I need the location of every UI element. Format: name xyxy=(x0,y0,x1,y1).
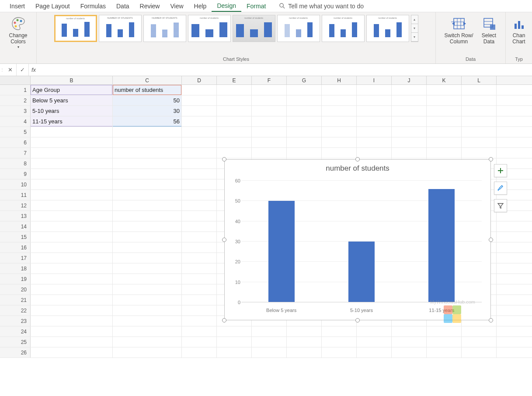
cell[interactable] xyxy=(182,158,217,168)
cell[interactable] xyxy=(182,316,217,326)
select-data-button[interactable]: Select Data xyxy=(479,15,500,46)
name-box-handle[interactable]: ⋮ xyxy=(0,67,4,72)
cell[interactable] xyxy=(392,347,427,357)
cell[interactable] xyxy=(357,116,392,126)
chart-plot-area[interactable]: 0102030405060 Below 5 years5-10 years11-… xyxy=(241,181,482,302)
cell[interactable] xyxy=(322,137,357,147)
chart-resize-handle[interactable] xyxy=(489,318,493,322)
chart-styles-button[interactable] xyxy=(494,182,507,195)
cell[interactable] xyxy=(462,326,497,336)
row-header[interactable]: 18 xyxy=(0,263,31,273)
cell[interactable] xyxy=(427,148,462,158)
cell[interactable] xyxy=(217,106,252,116)
cell[interactable] xyxy=(322,85,357,95)
cell[interactable] xyxy=(113,200,182,210)
cell[interactable] xyxy=(252,347,287,357)
cell[interactable] xyxy=(287,148,322,158)
chart-filters-button[interactable] xyxy=(494,199,507,212)
row-header[interactable]: 23 xyxy=(0,316,31,326)
cell[interactable] xyxy=(182,116,217,126)
cell[interactable] xyxy=(252,116,287,126)
row-header[interactable]: 10 xyxy=(0,179,31,189)
chart-resize-handle[interactable] xyxy=(489,157,493,161)
cell[interactable] xyxy=(31,179,113,189)
chart-bar[interactable] xyxy=(428,189,455,302)
col-header-H[interactable]: H xyxy=(322,76,357,84)
row-header[interactable]: 14 xyxy=(0,221,31,231)
col-header-E[interactable]: E xyxy=(217,76,252,84)
chart-title[interactable]: number of students xyxy=(225,160,490,175)
cell[interactable] xyxy=(252,337,287,347)
cell[interactable] xyxy=(357,85,392,95)
chart-style-4[interactable]: number of students xyxy=(188,15,231,42)
row-header[interactable]: 25 xyxy=(0,337,31,347)
cell[interactable] xyxy=(462,337,497,347)
cell[interactable] xyxy=(113,158,182,168)
cell[interactable] xyxy=(31,274,113,284)
cell[interactable] xyxy=(287,85,322,95)
cell[interactable] xyxy=(392,326,427,336)
cell[interactable] xyxy=(182,169,217,179)
cell[interactable] xyxy=(427,116,462,126)
cell[interactable] xyxy=(182,106,217,116)
cell[interactable] xyxy=(31,148,113,158)
cell[interactable] xyxy=(462,127,497,137)
cell[interactable] xyxy=(113,295,182,305)
chart-style-down-button[interactable]: ▾ xyxy=(411,24,418,33)
cell[interactable] xyxy=(31,326,113,336)
cell[interactable] xyxy=(113,316,182,326)
row-header[interactable]: 2 xyxy=(0,95,31,105)
cell[interactable] xyxy=(31,200,113,210)
cell[interactable] xyxy=(392,337,427,347)
cell[interactable] xyxy=(182,305,217,315)
cell[interactable] xyxy=(322,116,357,126)
cell[interactable] xyxy=(31,337,113,347)
cell[interactable] xyxy=(322,127,357,137)
cell[interactable] xyxy=(462,106,497,116)
row-header[interactable]: 26 xyxy=(0,347,31,357)
cell[interactable] xyxy=(252,137,287,147)
row-header[interactable]: 22 xyxy=(0,305,31,315)
cell[interactable] xyxy=(427,347,462,357)
cell[interactable] xyxy=(462,137,497,147)
change-colors-button[interactable]: Change Colors ▾ xyxy=(3,15,33,50)
cell[interactable] xyxy=(113,305,182,315)
cell[interactable] xyxy=(287,137,322,147)
cell[interactable] xyxy=(31,263,113,273)
cell[interactable] xyxy=(182,337,217,347)
cell[interactable] xyxy=(182,347,217,357)
cell[interactable] xyxy=(252,85,287,95)
chart-bar[interactable] xyxy=(348,242,375,302)
chart-resize-handle[interactable] xyxy=(355,318,360,322)
cell[interactable] xyxy=(392,116,427,126)
cell[interactable] xyxy=(182,253,217,263)
cell[interactable] xyxy=(217,85,252,95)
chart-style-3[interactable]: NUMBER OF STUDENTS xyxy=(143,15,186,42)
cell[interactable] xyxy=(322,148,357,158)
cell[interactable] xyxy=(182,200,217,210)
row-header[interactable]: 6 xyxy=(0,137,31,147)
cell[interactable] xyxy=(31,316,113,326)
cell[interactable] xyxy=(462,148,497,158)
chart-style-8[interactable]: number of students xyxy=(366,15,409,42)
cell[interactable] xyxy=(462,85,497,95)
chart-resize-handle[interactable] xyxy=(222,238,226,242)
cell[interactable] xyxy=(322,95,357,105)
cell[interactable] xyxy=(31,242,113,252)
row-header[interactable]: 21 xyxy=(0,295,31,305)
cell[interactable] xyxy=(113,137,182,147)
row-header[interactable]: 11 xyxy=(0,190,31,200)
cell[interactable] xyxy=(357,148,392,158)
tab-formulas[interactable]: Formulas xyxy=(75,1,111,11)
cell[interactable] xyxy=(182,95,217,105)
cell[interactable] xyxy=(427,137,462,147)
cell[interactable] xyxy=(322,326,357,336)
cell[interactable]: number of students xyxy=(113,85,182,95)
chart-style-1[interactable]: number of students xyxy=(54,15,97,42)
cell[interactable]: 11-15 years xyxy=(31,116,113,126)
tab-help[interactable]: Help xyxy=(189,1,212,11)
cell[interactable] xyxy=(252,148,287,158)
cell[interactable] xyxy=(113,242,182,252)
cell[interactable] xyxy=(392,106,427,116)
tab-data[interactable]: Data xyxy=(111,1,135,11)
